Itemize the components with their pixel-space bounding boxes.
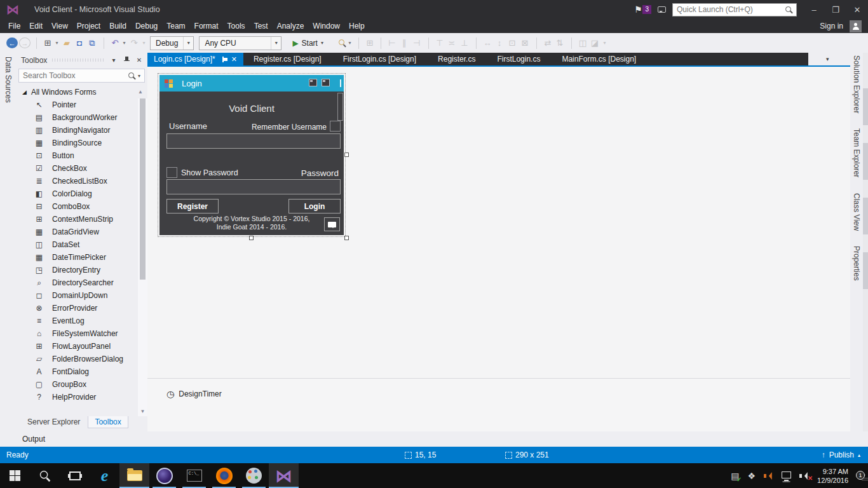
- save-all-icon[interactable]: ⧉: [86, 37, 98, 49]
- quick-launch-input[interactable]: [677, 5, 785, 14]
- menu-tools[interactable]: Tools: [223, 19, 250, 33]
- resize-handle-right[interactable]: [344, 152, 349, 157]
- scroll-down-arrow-icon[interactable]: ▼: [140, 407, 146, 416]
- menu-edit[interactable]: Edit: [25, 19, 47, 33]
- login-button[interactable]: Login: [288, 199, 341, 214]
- muted-speaker-icon[interactable]: ✕: [799, 471, 809, 480]
- redo-dropdown-icon[interactable]: ▾: [141, 37, 147, 49]
- toolbox-eventlog[interactable]: ≡ EventLog: [16, 315, 138, 327]
- volume-mixer-icon[interactable]: [764, 471, 773, 480]
- close-icon[interactable]: ✕: [231, 55, 237, 64]
- toolbox-combobox[interactable]: ⊟ ComboBox: [16, 200, 138, 213]
- toolbox-pointer[interactable]: ↖ Pointer: [16, 98, 138, 111]
- chevron-down-icon[interactable]: ▾: [138, 73, 140, 79]
- tab-register[interactable]: Register.cs: [431, 53, 482, 65]
- align-tops-icon[interactable]: ⊤: [428, 37, 445, 49]
- navigate-backward-icon[interactable]: ←: [6, 37, 18, 48]
- menu-file[interactable]: File: [4, 19, 25, 33]
- navigate-forward-icon[interactable]: →: [19, 37, 31, 48]
- login-form-design[interactable]: Login Void Client Username Remember User…: [159, 75, 344, 235]
- show-password-checkbox[interactable]: [166, 167, 177, 178]
- tab-login-design[interactable]: Login.cs [Design]* ✕: [147, 53, 243, 65]
- close-icon[interactable]: ✕: [135, 57, 144, 64]
- side-tab-properties[interactable]: Properties: [852, 246, 861, 281]
- make-same-width-icon[interactable]: ↔: [476, 37, 492, 49]
- resize-handle-bottom[interactable]: [249, 236, 254, 240]
- toolbox-scrollbar[interactable]: ▼: [138, 98, 147, 416]
- toolbox-search-input[interactable]: [23, 71, 128, 80]
- hardware-icon[interactable]: ▤✓: [731, 471, 739, 481]
- pin-icon[interactable]: [219, 57, 228, 62]
- bring-to-front-icon[interactable]: ◫: [571, 37, 588, 49]
- network-icon[interactable]: [782, 471, 791, 478]
- menu-team[interactable]: Team: [162, 19, 189, 33]
- toolbox-contextmenustrip[interactable]: ⊞ ContextMenuStrip: [16, 213, 138, 226]
- save-icon[interactable]: ◘: [74, 37, 85, 49]
- find-in-files-icon[interactable]: [339, 39, 346, 46]
- publish-button[interactable]: ↑ Publish ▴: [822, 451, 860, 459]
- feedback-icon[interactable]: [658, 6, 666, 13]
- restore-button[interactable]: ❐: [825, 0, 846, 19]
- align-centers-icon[interactable]: ∥: [398, 37, 410, 49]
- password-input[interactable]: [166, 179, 341, 194]
- sign-in-link[interactable]: Sign in: [820, 22, 843, 30]
- toolbox-backgroundworker[interactable]: ▤ BackgroundWorker: [16, 111, 138, 124]
- make-same-size-icon[interactable]: ⊡: [506, 37, 518, 49]
- undo-icon[interactable]: ↶: [104, 37, 120, 49]
- solution-configuration-dropdown[interactable]: Debug ▾: [150, 36, 194, 50]
- toolbox-errorprovider[interactable]: ⊗ ErrorProvider: [16, 302, 138, 315]
- horizontal-spacing-icon[interactable]: ⇄: [536, 37, 553, 49]
- align-lefts-icon[interactable]: ⊢: [381, 37, 397, 49]
- panel-tab-server-explorer[interactable]: Server Explorer: [21, 416, 86, 428]
- toolbox-dataset[interactable]: ◫ DataSet: [16, 238, 138, 251]
- menu-project[interactable]: Project: [72, 19, 105, 33]
- tab-register-design[interactable]: Register.cs [Design]: [247, 53, 328, 65]
- design-timer-component[interactable]: ◷ DesignTimer: [166, 389, 222, 399]
- taskbar-eclipse[interactable]: [149, 463, 179, 488]
- toolbox-datetimepicker[interactable]: ▦ DateTimePicker: [16, 251, 138, 264]
- toolbox-domainupdown[interactable]: ◻ DomainUpDown: [16, 289, 138, 302]
- designer-canvas[interactable]: Login Void Client Username Remember User…: [147, 67, 850, 431]
- close-button[interactable]: ✕: [846, 0, 868, 19]
- toolbox-group-header[interactable]: ◢ All Windows Forms ▲: [16, 85, 147, 98]
- side-tab-solution-explorer[interactable]: Solution Explorer: [852, 55, 861, 113]
- pin-icon[interactable]: [122, 56, 131, 65]
- toolbox-datagridview[interactable]: ▦ DataGridView: [16, 226, 138, 238]
- toolbox-flowlayoutpanel[interactable]: ⊞ FlowLayoutPanel: [16, 340, 138, 353]
- toolbox-checkbox[interactable]: ☑ CheckBox: [16, 162, 138, 175]
- align-rights-icon[interactable]: ⊣: [411, 37, 423, 49]
- taskbar-search-button[interactable]: [30, 463, 60, 488]
- toolbox-bindingnavigator[interactable]: ▥ BindingNavigator: [16, 124, 138, 137]
- chat-button[interactable]: [324, 217, 340, 231]
- side-tab-team-explorer[interactable]: Team Explorer: [852, 128, 861, 177]
- toolbox-groupbox[interactable]: ▢ GroupBox: [16, 378, 138, 391]
- new-project-icon[interactable]: ⊞: [36, 37, 53, 49]
- document-list-dropdown-icon[interactable]: ▾: [808, 53, 850, 65]
- taskbar-firefox[interactable]: [209, 463, 239, 488]
- output-panel-tab[interactable]: Output: [0, 431, 868, 447]
- menu-debug[interactable]: Debug: [131, 19, 162, 33]
- toolbox-directoryentry[interactable]: ◳ DirectoryEntry: [16, 264, 138, 276]
- minimize-button[interactable]: –: [803, 0, 825, 19]
- tab-firstlogin[interactable]: FirstLogin.cs: [491, 53, 546, 65]
- menu-analyze[interactable]: Analyze: [273, 19, 309, 33]
- menu-format[interactable]: Format: [190, 19, 223, 33]
- send-to-back-icon[interactable]: ◪: [589, 37, 600, 49]
- toolbox-button[interactable]: ⊡ Button: [16, 149, 138, 162]
- toolbox-colordialog[interactable]: ◧ ColorDialog: [16, 187, 138, 200]
- taskbar-internet-explorer[interactable]: e: [90, 463, 119, 488]
- undo-dropdown-icon[interactable]: ▾: [121, 37, 127, 49]
- tab-firstlogin-design[interactable]: FirstLogin.cs [Design]: [337, 53, 423, 65]
- taskbar-clock[interactable]: 9:37 AM 12/9/2016: [817, 467, 848, 485]
- make-same-height-icon[interactable]: ↕: [494, 37, 505, 49]
- vertical-spacing-icon[interactable]: ⇅: [554, 37, 566, 49]
- user-avatar-icon[interactable]: [850, 20, 862, 32]
- start-debugging-button[interactable]: ▶ Start ▾: [287, 36, 329, 51]
- toolbox-directorysearcher[interactable]: ⌕ DirectorySearcher: [16, 276, 138, 289]
- form-title-bar[interactable]: Login: [159, 75, 344, 92]
- toolbox-filesystemwatcher[interactable]: ⌂ FileSystemWatcher: [16, 327, 138, 340]
- toolbox-checkedlistbox[interactable]: ≣ CheckedListBox: [16, 175, 138, 187]
- quick-launch-box[interactable]: [672, 3, 797, 17]
- taskbar-visual-studio[interactable]: ⋈: [269, 463, 299, 488]
- scrollbar-thumb[interactable]: [140, 98, 146, 280]
